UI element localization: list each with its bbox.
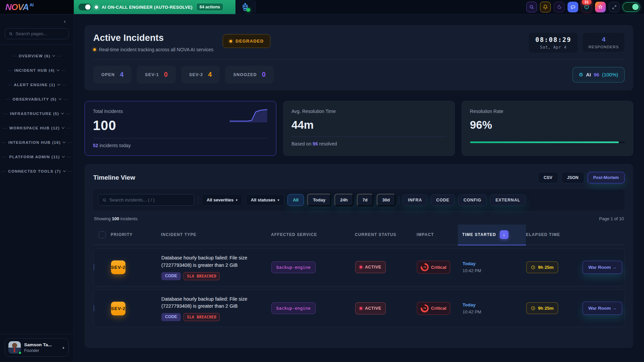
war-room-button[interactable]: War Room →	[583, 302, 622, 315]
clock-icon	[531, 306, 536, 311]
ai-assistant-button[interactable]	[235, 0, 255, 14]
status-dot	[360, 266, 362, 268]
range-filter-all[interactable]: All	[287, 194, 304, 206]
code-tag: CODE	[161, 272, 181, 280]
fullscreen-button[interactable]	[609, 2, 620, 12]
col-priority[interactable]: PRIORITY	[111, 225, 161, 245]
status-dot	[95, 6, 98, 9]
chevron-down-icon	[61, 112, 64, 114]
expand-icon	[612, 5, 617, 10]
notification-count-badge: 31	[582, 0, 592, 5]
incident-row[interactable]: SEV-2 Database hourly backup failed: Fil…	[93, 290, 625, 327]
category-filter-external[interactable]: EXTERNAL	[490, 194, 526, 206]
favorites-button[interactable]	[595, 2, 606, 12]
metric-footnote: 52 incidents today	[93, 143, 268, 148]
dark-mode-button[interactable]	[554, 2, 565, 12]
ai-resolved-chip: ⚙ AI 96 (100%)	[573, 67, 625, 82]
metric-footnote: Based on 96 resolved	[291, 141, 446, 146]
sidebar-item-workspace-hub[interactable]: WORKSPACE HUB (12)	[5, 126, 69, 130]
deployments-button[interactable]: 31	[581, 2, 592, 12]
filter-bar: All severities ▾ All statuses ▾ All Toda…	[93, 189, 625, 210]
col-affected-service[interactable]: AFFECTED SERVICE	[271, 225, 355, 245]
col-current-status[interactable]: CURRENT STATUS	[355, 225, 417, 245]
impact-badge: 75 Critical	[417, 261, 450, 274]
sidebar-item-platform-admin[interactable]: PLATFORM ADMIN (11)	[5, 155, 69, 159]
range-filter-30d[interactable]: 30d	[377, 194, 395, 206]
category-filter-infra[interactable]: INFRA	[402, 194, 427, 206]
user-menu[interactable]: Samson Ta... Founder ▲	[5, 338, 69, 357]
sidebar: ‹ OVERVIEW (6) INCIDENT HUB (4) ALERT EN…	[0, 15, 74, 361]
sidebar-item-infrastructure[interactable]: INFRASTRUCTURE (5)	[5, 112, 69, 116]
select-all-checkbox[interactable]	[99, 231, 106, 238]
col-elapsed-time[interactable]: ELAPSED TIME	[526, 225, 582, 245]
sidebar-item-observability[interactable]: OBSERVABILITY (5)	[5, 97, 69, 101]
search-icon	[9, 32, 13, 36]
sidebar-item-overview[interactable]: OVERVIEW (6)	[5, 54, 69, 58]
affected-service-chip[interactable]: backup-engine	[271, 302, 316, 314]
notifications-button[interactable]	[540, 2, 551, 12]
time-started-clock: 10:42 PM	[463, 309, 526, 314]
status-dot	[93, 48, 96, 51]
row-checkbox[interactable]	[94, 264, 94, 270]
sidebar-search-input[interactable]	[15, 31, 65, 36]
chevron-down-icon: ▾	[278, 198, 279, 202]
severity-filter-select[interactable]: All severities ▾	[202, 194, 243, 206]
status-dot	[229, 40, 232, 43]
post-mortem-button[interactable]: Post-Mortem	[588, 172, 625, 183]
export-json-button[interactable]: JSON	[561, 172, 584, 183]
sidebar-collapse-button[interactable]: ‹	[61, 17, 69, 25]
col-incident-type[interactable]: INCIDENT TYPE	[161, 225, 271, 245]
affected-service-chip[interactable]: backup-engine	[271, 261, 316, 273]
incident-title: Database hourly backup failed: File size…	[161, 254, 262, 269]
nova-logo[interactable]: NOVA AI	[0, 0, 74, 14]
resolution-rate-card: Resolution Rate 96%	[462, 101, 633, 156]
sidebar-item-alert-engine[interactable]: ALERT ENGINE (1)	[5, 83, 69, 87]
search-button[interactable]	[526, 2, 537, 12]
chevron-down-icon	[52, 54, 55, 57]
status-filter-select[interactable]: All statuses ▾	[246, 194, 284, 206]
incident-search-input[interactable]	[109, 197, 190, 202]
time-started-day: Today	[463, 302, 526, 307]
chat-button[interactable]	[568, 2, 578, 12]
sidebar-search[interactable]	[5, 28, 69, 39]
chevron-down-icon: ▾	[236, 198, 237, 202]
sidebar-item-integration-hub[interactable]: INTEGRATION HUB (16)	[5, 140, 69, 144]
main-content: Active Incidents Real-time incident trac…	[74, 15, 644, 361]
incident-search[interactable]	[98, 194, 195, 206]
theme-toggle[interactable]	[623, 2, 640, 12]
page-info: Page 1 of 10	[599, 216, 624, 221]
auto-resolve-toggle[interactable]	[78, 4, 91, 10]
range-filter-24h[interactable]: 24h	[334, 194, 353, 206]
export-csv-button[interactable]: CSV	[538, 172, 558, 183]
divider	[93, 59, 625, 60]
avg-resolution-card: Avg. Resolution Time 44m Based on 96 res…	[283, 101, 455, 156]
incidents-table-header: PRIORITY INCIDENT TYPE AFFECTED SERVICE …	[93, 225, 625, 245]
stat-snoozed: SNOOZED 0	[225, 66, 273, 83]
total-incidents-card: Total Incidents 100 52 incidents today	[85, 101, 276, 156]
sidebar-nav: OVERVIEW (6) INCIDENT HUB (4) ALERT ENGI…	[5, 54, 69, 173]
category-filter-code[interactable]: CODE	[431, 194, 454, 206]
time-started-day: Today	[463, 261, 526, 266]
col-impact[interactable]: IMPACT	[417, 225, 462, 245]
incident-title: Database hourly backup failed: File size…	[161, 296, 262, 310]
sidebar-divider	[0, 334, 73, 334]
range-filter-7d[interactable]: 7d	[357, 194, 373, 206]
sidebar-item-connected-tools[interactable]: CONNECTED TOOLS (7)	[5, 169, 69, 173]
metrics-row: Total Incidents 100 52 incidents today A…	[85, 101, 633, 156]
range-filter-today[interactable]: Today	[307, 194, 331, 206]
category-filter-config[interactable]: CONFIG	[458, 194, 487, 206]
col-time-started[interactable]: TIME STARTED ↓	[458, 225, 526, 245]
row-checkbox[interactable]	[94, 305, 94, 311]
timeline-panel: Timeline View CSV JSON Post-Mortem All s…	[85, 164, 633, 348]
divider	[399, 195, 399, 204]
divider	[198, 195, 198, 204]
sidebar-item-incident-hub[interactable]: INCIDENT HUB (4)	[5, 68, 69, 72]
metric-value: 44m	[291, 119, 446, 131]
priority-badge: SEV-2	[111, 302, 125, 315]
resolution-rate-progressbar	[470, 141, 625, 143]
war-room-button[interactable]: War Room →	[583, 261, 622, 274]
incident-row[interactable]: SEV-2 Database hourly backup failed: Fil…	[93, 248, 625, 286]
sort-descending-button[interactable]: ↓	[500, 230, 508, 239]
clock-card: 08:08:29 Sat, Apr 4	[529, 33, 578, 53]
brand-ai-text: AI	[30, 3, 34, 7]
